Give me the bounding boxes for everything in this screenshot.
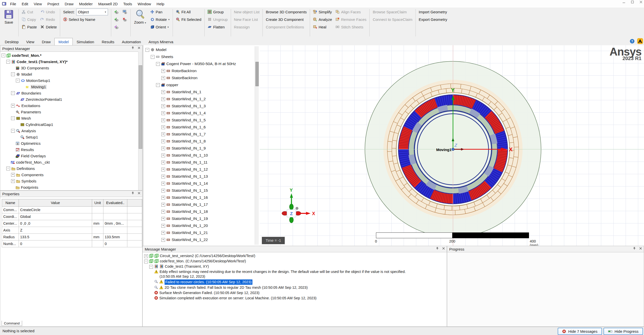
tree-row[interactable]: Optimetrics [0,140,142,147]
tree-row[interactable]: +StatorWind_IN_1_9 [143,145,261,152]
tree-row[interactable]: −Model [143,46,261,53]
tree-item-label[interactable]: codeTest_Mon.* [12,53,42,58]
tree-expander[interactable]: + [161,161,165,164]
tree-item-label[interactable]: StatorWind_IN_1_2 [172,97,206,101]
tree-row[interactable]: Footprints [0,184,142,190]
tree-row[interactable]: +StatorWind_IN_1_8 [143,138,261,145]
tree-expander[interactable]: − [145,48,149,52]
tree-item-label[interactable]: StatorWind_IN_1_21 [172,230,208,235]
help-icon[interactable]: ? [630,39,635,44]
tree-expander[interactable]: − [11,116,15,120]
tab-desktop[interactable]: Desktop [1,38,22,45]
message-row[interactable]: −Code_test1 (Transient, XY) [143,264,447,269]
tree-item-label[interactable]: StatorWind_IN_1_19 [172,216,208,221]
pin-icon[interactable] [131,46,134,50]
command-tab[interactable]: Command [2,321,22,326]
message-row[interactable]: Simulation completed with execution erro… [143,296,447,301]
property-cell[interactable]: 0 ,0 ,0 [19,220,92,227]
tree-expander[interactable]: + [161,196,165,200]
close-icon[interactable] [442,247,445,250]
tab-model[interactable]: Model [54,38,73,45]
tree-expander[interactable]: − [11,72,15,76]
toolbar-paste[interactable]: Paste [20,23,39,31]
model-tree-scrollbar[interactable] [255,46,259,245]
tree-item-label[interactable]: Optimetrics [21,141,41,146]
tree-expander[interactable]: + [161,154,165,157]
property-row[interactable]: Numb...00 [2,241,142,247]
tree-item-label[interactable]: Boundaries [21,91,41,95]
tree-row[interactable]: −codeTest_Mon.* [0,52,142,59]
tree-item-label[interactable]: StatorWind_IN_1_15 [172,188,208,193]
toolbar-delete[interactable]: Delete [39,23,58,31]
tree-item-label[interactable]: Results [21,148,34,152]
tree-row[interactable]: +StatorWind_IN_1_6 [143,124,261,131]
tree-item-label[interactable]: Mesh [21,116,31,121]
tree-row[interactable]: +RotorBackIron [143,67,261,74]
tree-row[interactable]: Setup1 [0,134,142,140]
property-cell[interactable]: Global [19,213,92,220]
toolbar-eyeg[interactable] [112,8,121,16]
tree-row[interactable]: +Symbols [0,178,142,184]
tree-expander[interactable]: + [11,179,15,183]
toolbar-eyeg2[interactable] [112,16,121,23]
tree-row[interactable]: −Sheets [143,53,261,60]
tree-expander[interactable]: + [161,139,165,143]
tree-item-label[interactable]: CylindricalGap1 [26,122,53,127]
toolbar-zoom[interactable]: Zoom ▾ [132,8,148,24]
tree-row[interactable]: −Definitions [0,165,142,172]
tree-expander[interactable]: + [161,203,165,207]
tree-row[interactable]: +StatorWind_IN_1_7 [143,131,261,138]
tree-row[interactable]: +StatorWind_IN_1_2 [143,95,261,103]
tree-item-label[interactable]: Footprints [21,185,38,190]
tree-row[interactable]: +StatorBackIron [143,74,261,81]
tree-row[interactable]: +StatorWind_IN_1_21 [143,229,261,236]
toolbar-browse-3d-components[interactable]: Browse 3D Components [264,8,309,16]
tree-expander[interactable]: + [144,254,148,258]
tree-expander[interactable]: + [161,90,165,94]
tree-expander[interactable]: + [161,182,165,185]
tree-item-label[interactable]: Moving1 [30,85,47,89]
message-text[interactable]: Simulation completed with execution erro… [159,296,317,301]
tree-expander[interactable]: + [161,224,165,228]
tree-item-label[interactable]: Field Overlays [21,154,46,158]
tree-row[interactable]: −Model [0,71,142,77]
maximize-icon[interactable] [631,1,634,4]
toolbar-import-geometry[interactable]: Import Geometry [417,8,449,16]
toolbar-analyze[interactable]: Analyze [311,16,334,23]
toolbar-simplify[interactable]: Simplify [311,8,334,16]
toolbar-eyem[interactable] [121,8,129,16]
tree-row[interactable]: ZeroVectorPotential1 [0,96,142,103]
close-icon[interactable] [137,46,141,50]
pin-icon[interactable] [131,192,134,195]
tree-item-label[interactable]: StatorWind_IN_1_16 [172,195,208,200]
tree-item-label[interactable]: MotionSetup1 [26,78,50,83]
tree-row[interactable]: MMoving1 [0,84,142,90]
tree-expander[interactable]: + [161,111,165,115]
tree-item-label[interactable]: StatorWind_IN_1_13 [172,174,208,179]
tree-row[interactable]: +StatorWind_IN_1_22 [143,236,261,243]
toolbar-eyex[interactable] [121,16,129,23]
toolbar-fit-selected[interactable]: Fit Selected [174,16,203,23]
tree-expander[interactable]: + [161,238,165,242]
tree-row[interactable]: +StatorWind_IN_1 [143,88,261,95]
tree-row[interactable]: +StatorWind_IN_1_10 [143,152,261,159]
message-text[interactable]: Circuit_test_version2 (C:/Users/14256/De… [160,254,255,258]
pin-icon[interactable] [436,247,439,250]
message-row[interactable]: −codeTest_Mon. (C:/Users/14256/Desktop/W… [143,259,447,264]
tree-expander[interactable]: + [161,132,165,136]
tree-expander[interactable]: + [161,231,165,235]
tree-item-label[interactable]: Symbols [21,179,36,183]
close-window-icon[interactable] [639,1,642,4]
tree-expander[interactable]: − [144,260,148,263]
tree-row[interactable]: +StatorWind_IN_1_3 [143,103,261,110]
tree-row[interactable]: +Excitations [0,103,142,109]
menu-file[interactable]: File [7,1,19,7]
tab-results[interactable]: Results [98,38,118,45]
menu-project[interactable]: Project [45,1,62,7]
tree-expander[interactable]: − [6,60,10,64]
tree-row[interactable]: Parameters [0,109,142,115]
tree-row[interactable]: +StatorWind_IN_1_12 [143,166,261,173]
tree-item-label[interactable]: StatorWind_IN_1_20 [172,223,208,228]
toolbar-flatten[interactable]: Flatten [206,23,230,31]
toolbar-eyep[interactable] [112,23,121,31]
